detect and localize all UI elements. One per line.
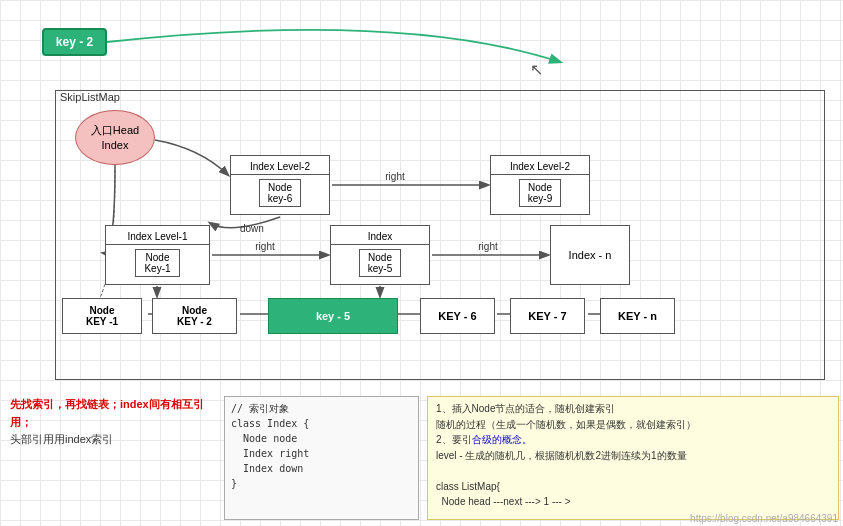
desc-line2: 头部引用用index索引 <box>10 431 210 449</box>
node-keyn: KEY - n <box>600 298 675 334</box>
idx-l2-left-title: Index Level-2 <box>231 159 329 175</box>
node-key5: key - 5 <box>268 298 398 334</box>
note-box: 1、插入Node节点的适合，随机创建索引 随机的过程（生成一个随机数，如果是偶数… <box>427 396 839 520</box>
head-ellipse-text: 入口HeadIndex <box>91 123 139 152</box>
node-key6: KEY - 6 <box>420 298 495 334</box>
head-ellipse: 入口HeadIndex <box>75 110 155 165</box>
idx-l2-right-node: Node key-9 <box>519 179 561 207</box>
watermark: https://blog.csdn.net/a984664391 <box>690 513 838 524</box>
idx-n-label: Index - n <box>569 249 612 261</box>
index-mid: Index Node key-5 <box>330 225 430 285</box>
skiplist-label: SkipListMap <box>60 91 120 103</box>
key2-box: key - 2 <box>42 28 107 56</box>
idx-l2-right-title: Index Level-2 <box>491 159 589 175</box>
index-n: Index - n <box>550 225 630 285</box>
idx-l1-title: Index Level-1 <box>106 229 209 245</box>
node-key1: Node KEY -1 <box>62 298 142 334</box>
idx-l1-node: Node Key-1 <box>135 249 179 277</box>
cursor: ↖ <box>530 60 543 79</box>
node-key7: KEY - 7 <box>510 298 585 334</box>
idx-l2-left-node: Node key-6 <box>259 179 301 207</box>
main-content: right down right right next <box>0 0 843 526</box>
desc-line1: 先找索引，再找链表；index间有相互引用； <box>10 396 210 431</box>
left-description: 先找索引，再找链表；index间有相互引用； 头部引用用index索引 <box>0 390 220 526</box>
key2-label: key - 2 <box>56 35 93 49</box>
node-key2: Node KEY - 2 <box>152 298 237 334</box>
idx-mid-node: Node key-5 <box>359 249 401 277</box>
index-level2-right: Index Level-2 Node key-9 <box>490 155 590 215</box>
index-level2-left: Index Level-2 Node key-6 <box>230 155 330 215</box>
code-index-class: // 索引对象 class Index { Node node Index ri… <box>224 396 419 520</box>
idx-mid-title: Index <box>331 229 429 245</box>
bottom-section: 先找索引，再找链表；index间有相互引用； 头部引用用index索引 // 索… <box>0 390 843 526</box>
index-level1: Index Level-1 Node Key-1 <box>105 225 210 285</box>
